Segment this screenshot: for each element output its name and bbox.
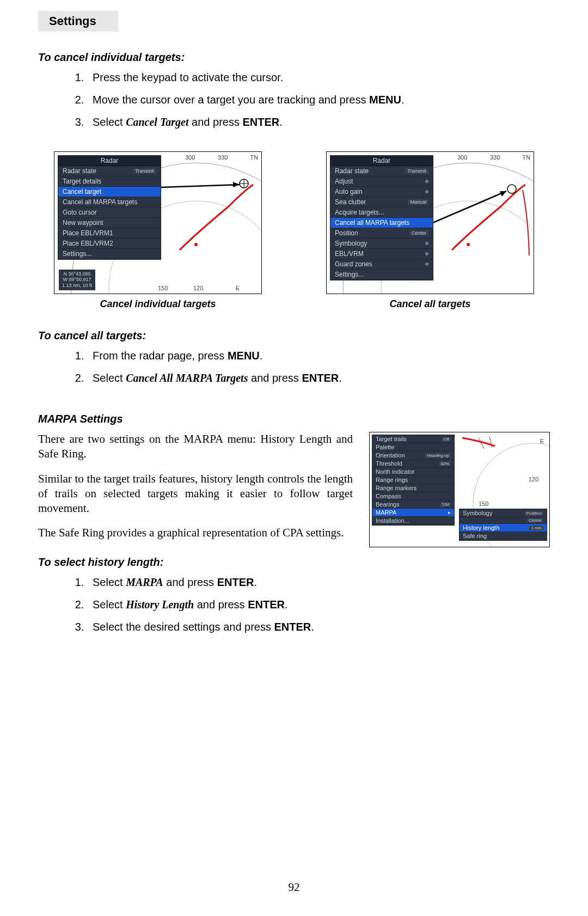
menu-new-waypoint: New waypoint: [58, 218, 161, 228]
menu-adjust: Adjust: [330, 176, 433, 187]
proc2-step2: Select Cancel All MARPA Targets and pres…: [87, 371, 550, 386]
marpa-settings-figure: Target trailsOff Palette OrientationHead…: [369, 432, 550, 547]
proc1-step2: Move the cursor over a target you are tr…: [87, 93, 550, 107]
proc1-step1: Press the keypad to activate the cursor.: [87, 70, 550, 85]
menu-installation: Installation...: [372, 517, 454, 525]
menu-range-markers: Range markers: [372, 484, 454, 492]
menu-radar-state: Radar stateTransmit: [58, 166, 161, 176]
menu-position: PositionCenter: [330, 228, 433, 239]
menu-orientation: OrientationHeading up: [372, 451, 454, 460]
menu-place-ebl-vrm1: Place EBL/VRM1: [58, 228, 161, 239]
menu-compass: Compass: [372, 492, 454, 500]
menu-sea-clutter: Sea clutterManual: [330, 197, 433, 207]
menu-auto-gain: Auto gain: [330, 187, 433, 197]
tick-300: 300: [457, 154, 467, 161]
proc3-list: Select MARPA and press ENTER. Select His…: [38, 575, 550, 634]
marpa-settings-menu: Target trailsOff Palette OrientationHead…: [372, 435, 455, 526]
tick-e: E: [236, 285, 240, 291]
menu-place-ebl-vrm2: Place EBL/VRM2: [58, 239, 161, 249]
menu-acquire-targets: Acquire targets...: [330, 207, 433, 218]
proc3-step1: Select MARPA and press ENTER.: [87, 575, 550, 590]
svg-point-13: [507, 185, 516, 193]
submenu-safe-ring: Safe ring: [460, 532, 547, 540]
tick-330: 330: [490, 154, 500, 161]
proc2-step1: From the radar page, press MENU.: [87, 349, 550, 363]
tn-label: TN: [522, 154, 530, 161]
coord-info: N 36°43.085 W 89°50.917 1.13 nm, 10 ft: [59, 270, 95, 290]
marpa-heading: MARPA Settings: [38, 413, 550, 425]
menu-marpa: MARPA▸: [372, 509, 454, 517]
figure-caption-left: Cancel individual targets: [38, 298, 278, 310]
menu-goto-cursor: Goto cursor: [58, 207, 161, 218]
tick-150: 150: [158, 285, 168, 291]
radar-context-menu-right: Radar Radar stateTransmit Adjust Auto ga…: [330, 155, 433, 280]
tick-e: E: [540, 438, 544, 444]
proc3-heading: To select history length:: [38, 556, 550, 569]
proc3-step3: Select the desired settings and press EN…: [87, 620, 550, 634]
radar-context-menu: Radar Radar stateTransmit Target details…: [58, 155, 161, 260]
tn-label: TN: [250, 154, 258, 161]
menu-radar-state: Radar stateTransmit: [330, 166, 433, 176]
marpa-submenu: SymbologyPosition Center History length1…: [459, 509, 547, 541]
figure-cancel-individual: Radar Radar stateTransmit Target details…: [38, 151, 278, 310]
menu-threshold: Threshold30%: [372, 460, 454, 468]
tick-330: 330: [218, 154, 228, 161]
menu-cancel-all-marpa: Cancel all MARPA targets: [330, 218, 433, 228]
marpa-description: There are two settings on the MARPA menu…: [38, 432, 353, 551]
menu-title: Radar: [58, 156, 161, 166]
tick-150: 150: [479, 500, 488, 507]
menu-range-rings: Range rings: [372, 476, 454, 484]
menu-guard-zones: Guard zones: [330, 259, 433, 270]
section-tab: Settings: [38, 11, 118, 32]
menu-palette: Palette: [372, 443, 454, 451]
menu-ebl-vrm: EBL/VRM: [330, 249, 433, 259]
menu-symbology: Symbology: [330, 239, 433, 249]
svg-line-3: [161, 185, 240, 187]
proc1-heading: To cancel individual targets:: [38, 51, 550, 64]
menu-cancel-all-marpa: Cancel all MARPA targets: [58, 197, 161, 207]
svg-point-2: [194, 243, 198, 246]
menu-bearings: BearingsT/M: [372, 500, 454, 509]
menu-title: Radar: [330, 156, 433, 166]
tick-120: 120: [529, 476, 538, 483]
menu-settings: Settings...: [330, 270, 433, 280]
submenu-center: Center: [460, 517, 547, 524]
submenu-history-length: History length1 min: [460, 524, 547, 532]
proc1-step3: Select Cancel Target and press ENTER.: [87, 115, 550, 130]
submenu-symbology: SymbologyPosition: [460, 509, 547, 517]
proc2-heading: To cancel all targets:: [38, 329, 550, 342]
tick-300: 300: [185, 154, 195, 161]
proc2-list: From the radar page, press MENU. Select …: [38, 349, 550, 386]
svg-point-10: [467, 243, 470, 246]
menu-cancel-target: Cancel target: [58, 187, 161, 197]
menu-settings: Settings...: [58, 249, 161, 259]
svg-marker-4: [233, 182, 240, 187]
menu-target-details: Target details: [58, 176, 161, 187]
menu-north-indicator: North indicator: [372, 468, 454, 476]
tick-120: 120: [193, 285, 203, 291]
proc1-list: Press the keypad to activate the cursor.…: [38, 70, 550, 130]
figure-caption-right: Cancel all targets: [310, 298, 550, 310]
page-number: 92: [0, 881, 588, 894]
menu-target-trails: Target trailsOff: [372, 435, 454, 443]
figure-cancel-all: Radar Radar stateTransmit Adjust Auto ga…: [310, 151, 550, 310]
proc3-step2: Select History Length and press ENTER.: [87, 597, 550, 612]
svg-line-11: [433, 191, 506, 223]
